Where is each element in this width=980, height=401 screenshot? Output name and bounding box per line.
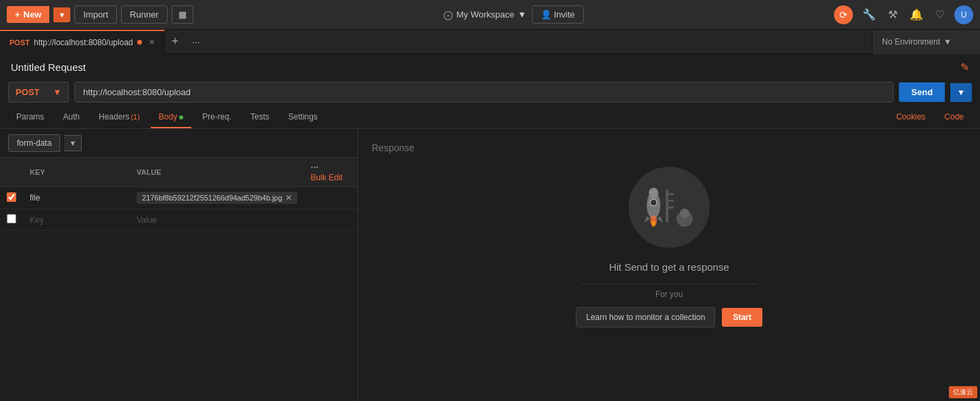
tab-auth[interactable]: Auth (55, 107, 88, 128)
row-value-cell: 2176bf8b59212f2551266d94ad529b4b.jpg ✕ (130, 187, 303, 209)
new-button[interactable]: + New (7, 6, 49, 23)
settings-icon-btn[interactable]: 🔧 (860, 7, 879, 22)
layout-button[interactable]: ▦ (172, 5, 193, 24)
tab-more-button[interactable]: ··· (185, 30, 207, 54)
response-illustration: Hit Send to get a response For you Learn… (576, 167, 762, 327)
topnav-right: ⟳ 🔧 ⚒ 🔔 ♡ U (834, 5, 973, 24)
table-row: file 2176bf8b59212f2551266d94ad529b4b.jp… (0, 187, 358, 209)
monitor-row: Learn how to monitor a collection Start (576, 307, 762, 327)
tab-tests[interactable]: Tests (243, 107, 278, 128)
method-select[interactable]: POST ▼ (8, 82, 69, 103)
illustration-circle (629, 167, 710, 248)
method-dropdown-icon: ▼ (53, 87, 62, 97)
svg-marker-9 (644, 216, 650, 223)
svg-point-12 (652, 220, 656, 227)
tab-item-post-upload[interactable]: POST http://localhost:8080/upload ✕ (0, 30, 165, 54)
sync-icon-btn[interactable]: ⟳ (834, 5, 853, 24)
file-chip-name: 2176bf8b59212f2551266d94ad529b4b.jpg (142, 194, 282, 202)
svg-rect-3 (668, 193, 674, 195)
workspace-button[interactable]: ⨀ My Workspace ▼ (443, 9, 526, 20)
env-label: No Environment (882, 37, 940, 47)
hit-send-text: Hit Send to get a response (609, 261, 729, 273)
method-label: POST (16, 87, 39, 97)
url-input[interactable] (74, 82, 893, 103)
placeholder-checkbox[interactable] (7, 214, 16, 223)
start-button[interactable]: Start (722, 308, 762, 327)
tab-cookies-label: Cookies (896, 112, 925, 122)
file-chip-remove[interactable]: ✕ (285, 193, 292, 203)
tab-url: http://localhost:8080/upload (34, 38, 133, 47)
kv-dots-icon[interactable]: ··· (311, 162, 319, 173)
topnav-center: ⨀ My Workspace ▼ 👤 Invite (197, 5, 830, 24)
th-value: VALUE (130, 158, 303, 187)
runner-button[interactable]: Runner (121, 5, 168, 24)
monitor-collection-link[interactable]: Learn how to monitor a collection (576, 307, 715, 327)
tab-method: POST (9, 38, 30, 47)
th-actions: ··· Bulk Edit (304, 158, 358, 187)
svg-point-1 (680, 209, 689, 218)
tab-settings-label: Settings (289, 112, 318, 122)
env-selector[interactable]: No Environment ▼ (872, 30, 980, 54)
svg-rect-4 (668, 200, 674, 202)
form-toolbar: form-data ▼ (0, 129, 358, 158)
invite-label: Invite (554, 9, 574, 20)
plus-icon: + (15, 9, 20, 20)
form-type-dropdown[interactable]: ▼ (64, 135, 82, 151)
tab-prereq[interactable]: Pre-req. (194, 107, 239, 128)
th-key: KEY (23, 158, 130, 187)
for-you-text: For you (656, 290, 683, 299)
divider-line (581, 284, 757, 284)
tab-settings[interactable]: Settings (280, 107, 326, 128)
body-active-dot (179, 115, 183, 119)
svg-marker-10 (657, 216, 663, 223)
tab-auth-label: Auth (63, 112, 80, 122)
response-label: Response (358, 142, 428, 160)
tab-params[interactable]: Params (8, 107, 52, 128)
wrench-icon-btn[interactable]: ⚒ (885, 7, 900, 22)
tab-add-button[interactable]: + (165, 30, 186, 54)
title-edit-icon: ✎ (960, 61, 969, 74)
bulk-edit-button[interactable]: Bulk Edit (311, 173, 343, 182)
bell-icon-btn[interactable]: 🔔 (907, 7, 926, 22)
tab-body[interactable]: Body (151, 107, 191, 128)
tab-headers-label: Headers (99, 112, 129, 122)
send-button[interactable]: Send (899, 82, 945, 102)
import-button[interactable]: Import (74, 5, 117, 24)
tab-body-label: Body (159, 112, 177, 122)
body-panel: form-data ▼ KEY VALUE ··· Bulk Edit (0, 129, 980, 401)
request-title: Untitled Request (11, 61, 86, 73)
heart-icon-btn[interactable]: ♡ (933, 7, 948, 22)
placeholder-value-text: Value (137, 215, 157, 225)
new-dropdown-arrow[interactable]: ▼ (53, 7, 70, 22)
avatar[interactable]: U (954, 5, 973, 24)
th-checkbox (0, 158, 23, 187)
tab-headers[interactable]: Headers(1) (91, 107, 148, 128)
new-label: New (24, 9, 42, 20)
tab-prereq-label: Pre-req. (202, 112, 231, 122)
row-checkbox[interactable] (7, 192, 16, 202)
workspace-dropdown-icon: ▼ (518, 9, 526, 20)
tab-code[interactable]: Code (936, 107, 972, 128)
tabs-bar: POST http://localhost:8080/upload ✕ + ··… (0, 30, 980, 54)
kv-table: KEY VALUE ··· Bulk Edit file (0, 158, 358, 231)
form-panel: form-data ▼ KEY VALUE ··· Bulk Edit (0, 129, 358, 401)
file-chip: 2176bf8b59212f2551266d94ad529b4b.jpg ✕ (137, 192, 297, 204)
tab-unsaved-dot (137, 40, 142, 45)
topnav: + New ▼ Import Runner ▦ ⨀ My Workspace ▼… (0, 0, 980, 30)
row-checkbox-cell[interactable] (0, 187, 23, 209)
grid-icon: ⨀ (443, 9, 453, 20)
row-key: file (30, 193, 40, 203)
placeholder-key-cell[interactable]: Key (23, 209, 130, 231)
rocket-svg (639, 177, 700, 238)
request-title-bar: Untitled Request ✎ (0, 54, 980, 78)
svg-point-8 (650, 199, 657, 206)
form-type-button[interactable]: form-data (8, 134, 60, 152)
placeholder-value-cell[interactable]: Value (130, 209, 303, 231)
row-key-cell[interactable]: file (23, 187, 130, 209)
send-dropdown-button[interactable]: ▼ (950, 83, 972, 102)
tab-cookies[interactable]: Cookies (888, 107, 933, 128)
tab-close-icon[interactable]: ✕ (149, 38, 155, 47)
invite-button[interactable]: 👤 Invite (532, 5, 584, 24)
workspace-label: My Workspace (456, 9, 514, 20)
svg-point-7 (649, 188, 658, 198)
